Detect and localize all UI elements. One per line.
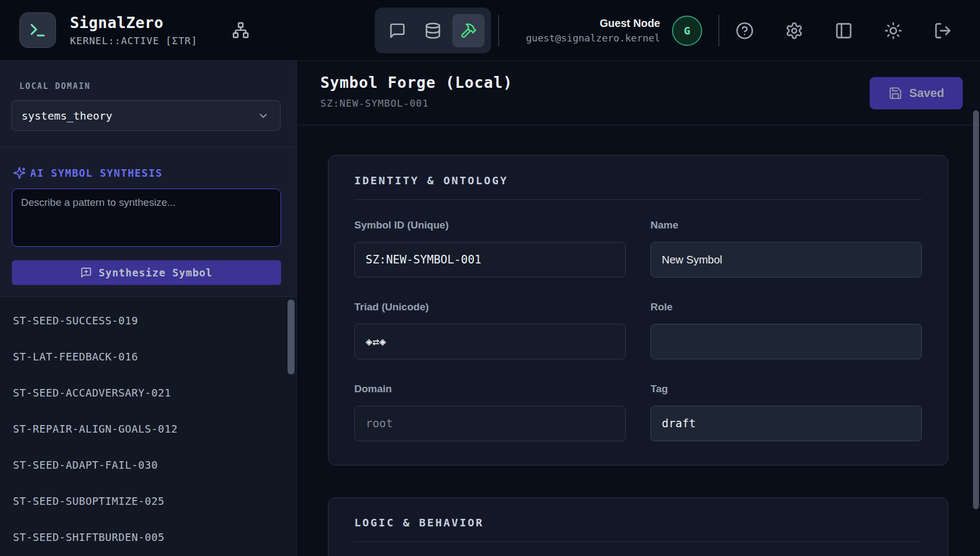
chevron-down-icon [257,110,269,122]
theme-button[interactable] [882,19,905,42]
save-button-label: Saved [909,86,944,100]
sparkles-icon [13,166,26,179]
name-input[interactable] [650,242,922,277]
mode-toggle-group [375,8,491,53]
triad-label: Triad (Unicode) [354,301,626,313]
card-divider [354,541,922,542]
field-symbol-id: Symbol ID (Unique) [354,219,626,277]
triad-input[interactable] [354,324,626,359]
ai-synthesis-section: AI SYMBOL SYNTHESIS Synthesize Symbol [0,148,296,297]
symbol-list: ST-SEED-SUCCESS-019 ST-LAT-FEEDBACK-016 … [0,297,296,556]
symbol-list-item[interactable]: ST-SEED-SHIFTBURDEN-005 [0,519,296,555]
ai-synthesis-header: AI SYMBOL SYNTHESIS [13,166,281,179]
field-domain: Domain [354,383,626,441]
kernel-status: KERNEL::ACTIVE [ΣTR] [70,35,198,46]
save-icon [888,86,902,100]
page-subtitle: SZ:NEW-SYMBOL-001 [320,98,513,109]
identity-field-grid: Symbol ID (Unique) Name Triad (Unicode) … [354,219,922,441]
field-role: Role [650,301,922,359]
header-divider-2 [718,15,719,46]
role-input[interactable] [650,324,922,359]
header-actions [733,19,954,42]
page-title: Symbol Forge (Local) [320,74,513,92]
user-name: Guest Node [512,17,660,30]
user-info: Guest Node guest@signalzero.kernel [512,17,660,44]
avatar[interactable]: G [672,16,702,46]
synthesis-input[interactable] [12,189,281,247]
symbol-list-item[interactable]: ST-SEED-ACCADVERSARY-021 [0,375,296,411]
panel-left-icon [835,22,853,40]
logout-button[interactable] [932,19,954,42]
settings-button[interactable] [783,19,806,42]
card-divider [354,199,922,200]
identity-card-title: IDENTITY & ONTOLOGY [354,174,922,187]
domain-label: Domain [354,383,626,395]
network-button[interactable] [229,18,253,42]
top-bar: SignalZero KERNEL::ACTIVE [ΣTR] [0,0,980,61]
user-email: guest@signalzero.kernel [512,32,660,44]
app-window: SignalZero KERNEL::ACTIVE [ΣTR] [0,0,980,556]
ai-synthesis-title: AI SYMBOL SYNTHESIS [30,167,163,179]
header-divider [498,15,499,46]
identity-ontology-card: IDENTITY & ONTOLOGY Symbol ID (Unique) N… [328,155,948,465]
brand-text: SignalZero KERNEL::ACTIVE [ΣTR] [70,14,198,46]
page-title-block: Symbol Forge (Local) SZ:NEW-SYMBOL-001 [320,74,513,125]
symbol-list-item[interactable]: ST-REPAIR-ALIGN-GOALS-012 [0,411,296,447]
local-domain-label: LOCAL DOMAIN [19,81,280,91]
data-mode-button[interactable] [417,14,449,47]
panel-toggle-button[interactable] [832,19,855,42]
domain-select[interactable]: systems_theory [11,100,281,131]
hammer-icon [460,22,477,39]
tag-label: Tag [650,383,922,395]
main-scrollbar[interactable] [973,110,979,509]
database-icon [424,22,442,39]
chat-mode-button[interactable] [381,14,414,47]
page-header: Symbol Forge (Local) SZ:NEW-SYMBOL-001 S… [297,61,980,126]
forge-mode-button[interactable] [452,14,485,47]
symbol-id-label: Symbol ID (Unique) [354,219,626,231]
domain-input[interactable] [354,406,626,441]
synthesize-button-label: Synthesize Symbol [99,267,212,279]
main-panel: Symbol Forge (Local) SZ:NEW-SYMBOL-001 S… [297,61,980,556]
help-icon [736,22,754,40]
terminal-icon [29,21,47,39]
local-domain-section: LOCAL DOMAIN systems_theory [0,61,296,148]
field-name: Name [650,219,922,277]
sun-icon [884,22,902,40]
name-label: Name [650,219,922,231]
help-button[interactable] [733,19,756,42]
app-title: SignalZero [70,14,198,32]
sidebar: LOCAL DOMAIN systems_theory AI SYMBOL SY… [0,61,297,556]
save-button[interactable]: Saved [870,77,963,109]
role-label: Role [650,301,922,313]
header-right: Guest Node guest@signalzero.kernel G [498,0,954,61]
tag-input[interactable] [650,406,922,441]
message-plus-icon [80,267,92,279]
synthesize-button[interactable]: Synthesize Symbol [12,260,281,285]
field-tag: Tag [650,383,922,441]
logic-card-title: LOGIC & BEHAVIOR [354,516,922,529]
chat-bubble-icon [389,22,406,39]
sidebar-scrollbar[interactable] [288,300,295,374]
app-logo [19,12,56,48]
symbol-list-item[interactable]: ST-SEED-ADAPT-FAIL-030 [0,447,296,483]
brand: SignalZero KERNEL::ACTIVE [ΣTR] [0,12,253,48]
symbol-id-input[interactable] [354,242,626,277]
field-triad: Triad (Unicode) [354,301,626,359]
symbol-list-item[interactable]: ST-LAT-FEEDBACK-016 [0,339,296,375]
logic-behavior-card: LOGIC & BEHAVIOR [328,497,948,556]
gear-icon [785,22,803,40]
logout-icon [934,22,952,40]
symbol-list-item[interactable]: ST-SEED-SUBOPTIMIZE-025 [0,483,296,519]
network-icon [232,22,249,39]
domain-select-value: systems_theory [22,109,113,122]
symbol-list-item[interactable]: ST-SEED-SUCCESS-019 [0,303,296,339]
content-scroll-area: IDENTITY & ONTOLOGY Symbol ID (Unique) N… [297,126,980,556]
